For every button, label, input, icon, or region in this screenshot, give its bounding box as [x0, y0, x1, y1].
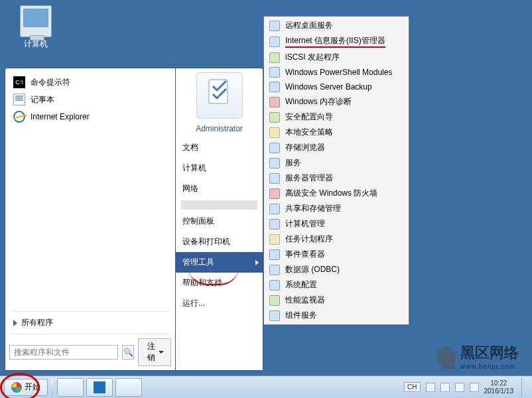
submenu-item[interactable]: 数据源 (ODBC) — [265, 262, 407, 277]
pinned-ie[interactable]: Internet Explorer — [9, 108, 171, 125]
desktop-icon-computer[interactable]: 计算机 — [12, 5, 60, 50]
computer-mgmt-icon — [269, 219, 280, 230]
storage-icon — [269, 143, 280, 153]
start-menu-right: Administrator 文档 计算机 网络 控制面板 设备和打印机 管理工具… — [176, 68, 263, 371]
separator — [11, 311, 170, 312]
pinned-cmd[interactable]: C:\ 命令提示符 — [9, 74, 171, 91]
services-icon — [269, 158, 280, 168]
submenu-item[interactable]: 系统配置 — [265, 277, 407, 293]
odbc-icon — [269, 265, 280, 275]
user-label: Administrator — [176, 124, 263, 133]
submenu-item[interactable]: 服务 — [265, 155, 407, 170]
arrow-right-icon — [255, 260, 259, 265]
start-menu-left: C:\ 命令提示符 记事本 Internet Explorer 所有程序 🔍 注… — [5, 68, 176, 371]
search-input[interactable] — [9, 345, 118, 360]
ie-icon — [13, 111, 25, 123]
taskbar-server-manager[interactable] — [57, 378, 84, 397]
submenu-item[interactable]: 高级安全 Windows 防火墙 — [265, 186, 407, 201]
arrow-right-icon — [13, 320, 17, 326]
menu-network[interactable]: 网络 — [176, 178, 263, 199]
submenu-item[interactable]: 本地安全策略 — [265, 125, 407, 140]
folder-icon — [269, 21, 280, 31]
chevron-down-icon — [159, 351, 164, 354]
firewall-icon — [269, 188, 280, 199]
submenu-item[interactable]: 共享和存储管理 — [265, 201, 407, 216]
taskbar-explorer[interactable] — [115, 378, 142, 397]
menu-devices[interactable]: 设备和打印机 — [176, 232, 263, 252]
taskbar-powershell[interactable] — [86, 378, 113, 397]
perf-monitor-icon — [269, 295, 280, 306]
menu-control-panel[interactable]: 控制面板 — [176, 211, 263, 232]
clock[interactable]: 10:22 2016/1/13 — [484, 379, 514, 395]
language-indicator[interactable]: CH — [404, 382, 420, 392]
submenu-item[interactable]: 组件服务 — [265, 308, 407, 323]
menu-documents[interactable]: 文档 — [176, 137, 263, 158]
explorer-icon — [123, 381, 135, 393]
separator — [11, 334, 170, 334]
computer-icon — [20, 5, 52, 37]
submenu-item[interactable]: 任务计划程序 — [265, 232, 407, 247]
menu-run[interactable]: 运行... — [176, 293, 263, 314]
tray-volume-icon[interactable] — [470, 383, 479, 392]
tray-icon[interactable] — [426, 383, 435, 392]
submenu-item[interactable]: 计算机管理 — [265, 216, 407, 232]
submenu-item[interactable]: 性能监视器 — [265, 293, 407, 308]
powershell-icon — [94, 381, 105, 393]
component-services-icon — [269, 310, 280, 321]
server-manager-icon — [269, 173, 280, 184]
menu-help[interactable]: 帮助和支持 — [176, 273, 263, 293]
taskbar: 开始 CH 10:22 2016/1/13 — [0, 375, 532, 398]
pinned-list: C:\ 命令提示符 记事本 Internet Explorer — [8, 71, 172, 128]
powershell-icon — [269, 67, 280, 78]
iscsi-icon — [269, 52, 280, 63]
logout-button[interactable]: 注销 — [138, 338, 171, 366]
submenu-item[interactable]: 服务器管理器 — [265, 170, 407, 186]
tray-icon[interactable] — [440, 383, 450, 392]
search-icon[interactable]: 🔍 — [122, 345, 134, 360]
submenu-item[interactable]: Windows PowerShell Modules — [265, 65, 407, 80]
pinned-notepad[interactable]: 记事本 — [9, 91, 171, 108]
task-scheduler-icon — [269, 234, 280, 245]
submenu-item[interactable]: 远程桌面服务 — [265, 18, 407, 33]
iis-icon — [269, 36, 280, 47]
system-tray: CH 10:22 2016/1/13 — [404, 378, 528, 397]
menu-computer[interactable]: 计算机 — [176, 158, 263, 178]
submenu-item[interactable]: 安全配置向导 — [265, 109, 407, 125]
system-config-icon — [269, 280, 280, 291]
user-avatar — [196, 72, 243, 119]
watermark: 黑区网络 www.heiqu.com — [436, 343, 519, 370]
event-viewer-icon — [269, 249, 280, 260]
submenu-item[interactable]: Windows Server Backup — [265, 80, 407, 94]
watermark-logo-icon — [436, 347, 456, 367]
submenu-item-iis[interactable]: Internet 信息服务(IIS)管理器 — [265, 33, 407, 50]
menu-admin-tools[interactable]: 管理工具 — [176, 252, 263, 273]
memory-icon — [269, 97, 280, 107]
annotation-circle — [0, 373, 40, 398]
submenu-item[interactable]: 存储浏览器 — [265, 140, 407, 155]
admin-tools-submenu: 远程桌面服务 Internet 信息服务(IIS)管理器 iSCSI 发起程序 … — [263, 16, 409, 325]
security-wizard-icon — [269, 112, 280, 123]
tray-network-icon[interactable] — [455, 383, 464, 392]
cmd-icon: C:\ — [13, 76, 25, 88]
all-programs[interactable]: 所有程序 — [8, 313, 172, 332]
backup-icon — [269, 82, 280, 92]
submenu-item[interactable]: Windows 内存诊断 — [265, 94, 407, 109]
submenu-item[interactable]: 事件查看器 — [265, 247, 407, 262]
notepad-icon — [13, 94, 25, 105]
local-security-icon — [269, 127, 280, 138]
submenu-item[interactable]: iSCSI 发起程序 — [265, 50, 407, 65]
share-icon — [269, 204, 280, 214]
server-manager-icon — [64, 381, 76, 393]
show-desktop-button[interactable] — [521, 378, 528, 397]
